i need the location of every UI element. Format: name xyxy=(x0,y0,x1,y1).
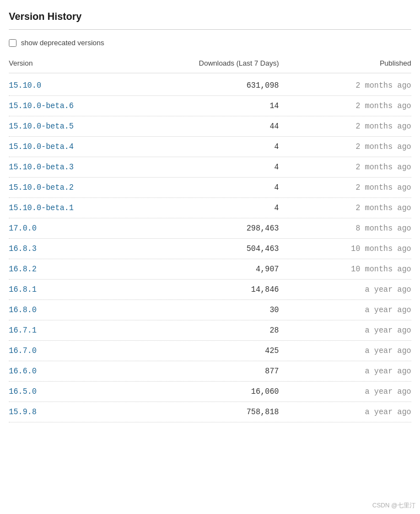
row-version[interactable]: 15.10.0-beta.3 xyxy=(9,163,119,172)
row-published: 2 months ago xyxy=(301,101,411,110)
row-published: a year ago xyxy=(301,387,411,396)
show-deprecated-label[interactable]: show deprecated versions xyxy=(21,39,104,47)
row-version[interactable]: 16.8.3 xyxy=(9,244,119,253)
row-downloads: 298,463 xyxy=(141,224,279,233)
row-version[interactable]: 15.10.0-beta.2 xyxy=(9,183,119,192)
title-divider xyxy=(9,29,411,30)
row-published: 2 months ago xyxy=(301,204,411,212)
row-version[interactable]: 15.10.0-beta.6 xyxy=(9,101,119,110)
row-published: a year ago xyxy=(301,346,411,355)
row-downloads: 758,818 xyxy=(141,408,279,416)
header-published: Published xyxy=(301,59,411,67)
row-published: 2 months ago xyxy=(301,142,411,151)
table-row: 16.6.0877a year ago xyxy=(9,361,411,382)
row-downloads: 30 xyxy=(141,306,279,314)
row-version[interactable]: 15.10.0-beta.4 xyxy=(9,142,119,151)
row-version[interactable]: 16.6.0 xyxy=(9,367,119,376)
row-published: 10 months ago xyxy=(301,244,411,253)
row-version[interactable]: 16.8.2 xyxy=(9,265,119,274)
table-row: 15.10.0631,0982 months ago xyxy=(9,76,411,96)
watermark: CSDN @七里汀 xyxy=(373,501,416,510)
row-downloads: 4 xyxy=(141,163,279,172)
row-published: 2 months ago xyxy=(301,183,411,192)
row-version[interactable]: 15.10.0-beta.1 xyxy=(9,204,119,212)
row-published: a year ago xyxy=(301,326,411,335)
table-row: 15.10.0-beta.5442 months ago xyxy=(9,116,411,137)
row-version[interactable]: 15.10.0 xyxy=(9,81,119,90)
row-published: 10 months ago xyxy=(301,265,411,274)
table-row: 16.8.3504,46310 months ago xyxy=(9,239,411,259)
row-published: a year ago xyxy=(301,285,411,294)
table-row: 15.10.0-beta.242 months ago xyxy=(9,178,411,198)
table-body: 15.10.0631,0982 months ago15.10.0-beta.6… xyxy=(9,76,411,422)
table-row: 15.10.0-beta.442 months ago xyxy=(9,137,411,157)
table-row: 16.8.030a year ago xyxy=(9,300,411,320)
table-row: 17.0.0298,4638 months ago xyxy=(9,218,411,239)
row-version[interactable]: 17.0.0 xyxy=(9,224,119,233)
table-row: 16.8.24,90710 months ago xyxy=(9,259,411,280)
table-header-row: Version Downloads (Last 7 Days) Publishe… xyxy=(9,57,411,73)
row-published: a year ago xyxy=(301,306,411,314)
header-downloads: Downloads (Last 7 Days) xyxy=(141,59,279,67)
row-published: a year ago xyxy=(301,367,411,376)
row-downloads: 4 xyxy=(141,204,279,212)
row-downloads: 14,846 xyxy=(141,285,279,294)
row-downloads: 425 xyxy=(141,346,279,355)
row-downloads: 4 xyxy=(141,183,279,192)
version-table: Version Downloads (Last 7 Days) Publishe… xyxy=(9,57,411,422)
table-row: 16.5.016,060a year ago xyxy=(9,382,411,402)
row-version[interactable]: 16.7.0 xyxy=(9,346,119,355)
show-deprecated-checkbox[interactable] xyxy=(9,39,17,47)
table-row: 16.7.0425a year ago xyxy=(9,341,411,361)
row-downloads: 631,098 xyxy=(141,81,279,90)
table-row: 15.10.0-beta.142 months ago xyxy=(9,198,411,218)
row-version[interactable]: 15.10.0-beta.5 xyxy=(9,122,119,131)
row-version[interactable]: 16.8.1 xyxy=(9,285,119,294)
row-downloads: 877 xyxy=(141,367,279,376)
row-version[interactable]: 15.9.8 xyxy=(9,408,119,416)
header-version: Version xyxy=(9,59,119,67)
row-published: a year ago xyxy=(301,408,411,416)
row-version[interactable]: 16.5.0 xyxy=(9,387,119,396)
row-published: 2 months ago xyxy=(301,163,411,172)
row-version[interactable]: 16.7.1 xyxy=(9,326,119,335)
row-downloads: 28 xyxy=(141,326,279,335)
row-downloads: 4 xyxy=(141,142,279,151)
table-row: 16.7.128a year ago xyxy=(9,320,411,341)
row-downloads: 504,463 xyxy=(141,244,279,253)
row-downloads: 4,907 xyxy=(141,265,279,274)
row-downloads: 16,060 xyxy=(141,387,279,396)
deprecated-toggle-row: show deprecated versions xyxy=(9,39,411,47)
table-row: 16.8.114,846a year ago xyxy=(9,280,411,300)
table-row: 15.10.0-beta.6142 months ago xyxy=(9,96,411,116)
row-downloads: 44 xyxy=(141,122,279,131)
table-row: 15.10.0-beta.342 months ago xyxy=(9,157,411,178)
table-row: 15.9.8758,818a year ago xyxy=(9,402,411,422)
page-title: Version History xyxy=(9,11,411,23)
row-published: 2 months ago xyxy=(301,81,411,90)
row-version[interactable]: 16.8.0 xyxy=(9,306,119,314)
row-published: 8 months ago xyxy=(301,224,411,233)
row-published: 2 months ago xyxy=(301,122,411,131)
row-downloads: 14 xyxy=(141,101,279,110)
